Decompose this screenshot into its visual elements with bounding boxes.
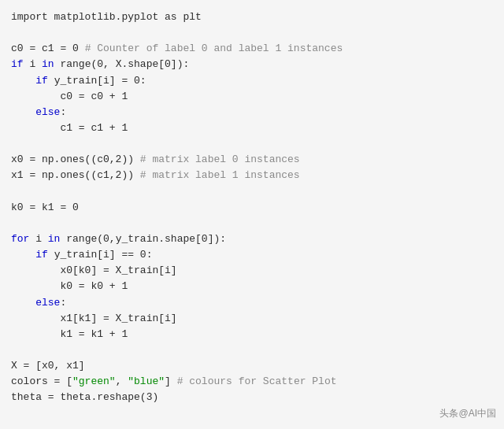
line-6: c0 = c0 + 1 [11,91,128,102]
line-5: if y_train[i] = 0: [11,75,146,87]
line-23: X = [x0, x1] [11,360,85,372]
line-8: c1 = c1 + 1 [11,122,128,134]
line-11: x1 = np.ones((c1,2)) # matrix label 1 in… [11,169,300,181]
line-21: k1 = k1 + 1 [11,328,128,340]
line-1: import matplotlib.pyplot as plt [11,11,202,23]
line-19: else: [11,297,66,309]
code-container: import matplotlib.pyplot as plt c0 = c1 … [0,0,504,429]
code-block: import matplotlib.pyplot as plt c0 = c1 … [11,9,493,406]
line-20: x1[k1] = X_train[i] [11,313,177,324]
watermark: 头条@AI中国 [439,406,496,421]
line-16: if y_train[i] == 0: [11,249,152,261]
line-24: colors = ["green", "blue"] # colours for… [11,375,337,387]
line-17: x0[k0] = X_train[i] [11,264,177,276]
line-4: if i in range(0, X.shape[0]): [11,58,189,70]
line-7: else: [11,106,66,118]
line-3: c0 = c1 = 0 # Counter of label 0 and lab… [11,43,343,54]
line-15: for i in range(0,y_train.shape[0]): [11,233,226,245]
line-25: theta = theta.reshape(3) [11,391,158,403]
line-13: k0 = k1 = 0 [11,202,79,213]
line-10: x0 = np.ones((c0,2)) # matrix label 0 in… [11,153,300,165]
line-18: k0 = k0 + 1 [11,280,128,292]
